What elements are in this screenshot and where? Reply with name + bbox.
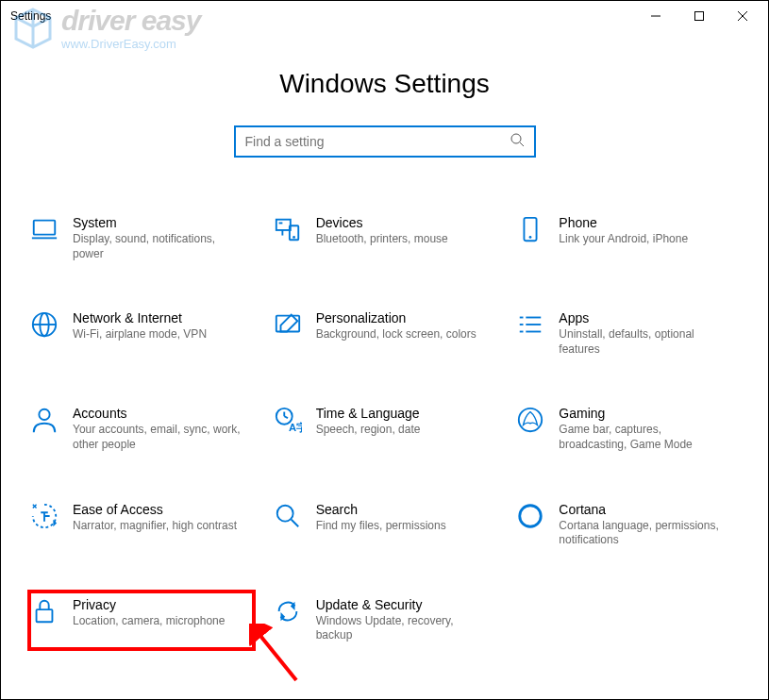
tile-network[interactable]: Network & InternetWi-Fi, airplane mode, … (29, 305, 254, 362)
svg-point-25 (39, 409, 49, 420)
ease-of-access-icon (30, 502, 59, 548)
svg-rect-1 (695, 12, 704, 21)
svg-point-11 (293, 236, 295, 239)
search-category-icon (274, 502, 302, 548)
tile-accounts[interactable]: AccountsYour accounts, email, sync, work… (29, 400, 254, 458)
tile-search[interactable]: SearchFind my files, permissions (273, 496, 497, 554)
svg-point-34 (520, 505, 542, 526)
header: Windows Settings (1, 69, 768, 99)
tile-devices[interactable]: DevicesBluetooth, printers, mouse (273, 209, 497, 267)
network-icon (30, 310, 59, 357)
update-security-icon (274, 597, 302, 643)
svg-point-14 (529, 236, 532, 239)
tile-gaming[interactable]: GamingGame bar, captures, broadcasting, … (515, 400, 740, 458)
personalization-icon (274, 310, 302, 357)
page-title: Windows Settings (1, 69, 768, 99)
search-box[interactable] (234, 125, 536, 158)
search-input[interactable] (245, 134, 510, 149)
svg-point-30 (519, 408, 542, 431)
cortana-icon (516, 502, 544, 548)
svg-line-33 (291, 519, 298, 526)
tile-privacy[interactable]: PrivacyLocation, camera, microphone (29, 592, 254, 649)
tile-ease-of-access[interactable]: Ease of AccessNarrator, magnifier, high … (29, 496, 254, 554)
gaming-icon (516, 406, 544, 452)
devices-icon (274, 215, 302, 261)
svg-text:A字: A字 (289, 423, 302, 434)
svg-point-4 (511, 134, 521, 143)
svg-rect-8 (276, 220, 290, 230)
tile-time-language[interactable]: A字 Time & LanguageSpeech, region, date (273, 400, 497, 458)
svg-line-28 (284, 417, 288, 419)
minimize-button[interactable] (634, 1, 677, 31)
window-title: Settings (10, 9, 634, 23)
time-language-icon: A字 (274, 406, 302, 452)
tile-personalization[interactable]: PersonalizationBackground, lock screen, … (273, 305, 497, 362)
system-icon (30, 215, 59, 261)
tile-update-security[interactable]: Update & SecurityWindows Update, recover… (273, 592, 497, 649)
titlebar: Settings (1, 1, 768, 31)
settings-grid: SystemDisplay, sound, notifications, pow… (1, 209, 768, 649)
tile-system[interactable]: SystemDisplay, sound, notifications, pow… (29, 209, 254, 267)
tile-cortana[interactable]: CortanaCortana language, permissions, no… (515, 496, 740, 554)
search-icon (510, 132, 525, 151)
svg-point-32 (276, 505, 293, 521)
accounts-icon (30, 406, 59, 452)
close-button[interactable] (721, 1, 764, 31)
maximize-button[interactable] (677, 1, 721, 31)
svg-line-5 (520, 142, 524, 146)
tile-phone[interactable]: PhoneLink your Android, iPhone (515, 209, 740, 267)
apps-icon (516, 310, 544, 357)
phone-icon (516, 215, 544, 261)
svg-rect-6 (34, 221, 56, 235)
svg-rect-9 (278, 223, 282, 225)
tile-apps[interactable]: AppsUninstall, defaults, optional featur… (515, 305, 740, 362)
svg-rect-35 (37, 609, 53, 622)
privacy-icon (30, 597, 59, 643)
